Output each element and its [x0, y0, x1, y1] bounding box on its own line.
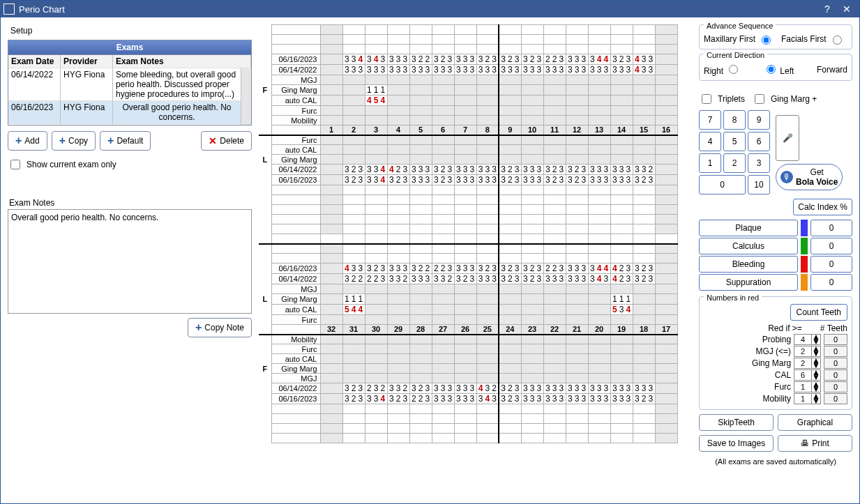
perio-cell[interactable]: 3 2 3	[499, 383, 521, 394]
perio-cell[interactable]: 2 3 2	[365, 383, 387, 394]
perio-cell[interactable]	[387, 85, 409, 96]
perio-cell[interactable]	[499, 344, 521, 354]
perio-cell[interactable]	[521, 85, 543, 96]
exam-notes-textarea[interactable]	[8, 209, 252, 314]
perio-cell[interactable]	[342, 354, 365, 364]
direction-left-radio[interactable]	[767, 65, 776, 74]
perio-cell[interactable]	[365, 155, 387, 165]
perio-cell[interactable]: 3 2 3	[499, 175, 521, 185]
perio-cell[interactable]: 3 3 3	[521, 65, 543, 75]
perio-cell[interactable]: 3 3 3	[476, 65, 499, 75]
perio-cell[interactable]	[409, 344, 432, 354]
perio-cell[interactable]: 3 2 2	[409, 264, 432, 274]
perio-cell[interactable]	[320, 96, 342, 106]
perio-cell[interactable]	[521, 106, 543, 116]
perio-cell[interactable]	[633, 344, 655, 354]
perio-cell[interactable]	[454, 374, 476, 383]
perio-cell[interactable]	[521, 135, 543, 145]
perio-cell[interactable]	[432, 305, 454, 315]
perio-cell[interactable]	[566, 96, 588, 106]
perio-cell[interactable]: 3 3 3	[409, 65, 432, 75]
perio-cell[interactable]	[387, 305, 409, 315]
perio-cell[interactable]: 3 2 3	[342, 175, 365, 185]
perio-cell[interactable]	[342, 155, 365, 165]
perio-cell[interactable]	[499, 116, 521, 125]
perio-cell[interactable]	[655, 116, 677, 125]
perio-cell[interactable]	[320, 175, 342, 185]
perio-cell[interactable]	[588, 75, 610, 85]
perio-cell[interactable]: 3 4 3	[476, 394, 499, 404]
perio-cell[interactable]	[499, 145, 521, 155]
perio-cell[interactable]	[476, 364, 499, 374]
perio-cell[interactable]: 3 2 3	[342, 165, 365, 175]
perio-cell[interactable]	[476, 75, 499, 85]
perio-cell[interactable]	[588, 294, 610, 305]
maxillary-first-radio[interactable]	[762, 36, 771, 45]
perio-cell[interactable]: 3 2 3	[476, 264, 499, 274]
perio-cell[interactable]	[365, 106, 387, 116]
perio-cell[interactable]: 3 3 3	[476, 175, 499, 185]
perio-cell[interactable]: 2 2 3	[365, 274, 387, 284]
perio-cell[interactable]	[543, 284, 566, 294]
perio-cell[interactable]	[521, 96, 543, 106]
perio-cell[interactable]	[387, 364, 409, 374]
perio-cell[interactable]: 3 3 3	[499, 65, 521, 75]
perio-cell[interactable]	[655, 165, 677, 175]
perio-cell[interactable]	[432, 294, 454, 305]
perio-cell[interactable]: 3 3 3	[566, 54, 588, 65]
perio-cell[interactable]	[320, 155, 342, 165]
perio-cell[interactable]	[610, 364, 633, 374]
perio-cell[interactable]	[320, 135, 342, 145]
perio-cell[interactable]	[387, 106, 409, 116]
perio-cell[interactable]	[543, 155, 566, 165]
perio-cell[interactable]	[320, 116, 342, 125]
perio-cell[interactable]	[655, 315, 677, 325]
perio-cell[interactable]: 3 3 2	[432, 274, 454, 284]
perio-cell[interactable]	[566, 284, 588, 294]
perio-cell[interactable]	[610, 284, 633, 294]
perio-cell[interactable]	[521, 374, 543, 383]
help-button[interactable]: ?	[817, 3, 837, 15]
perio-cell[interactable]	[320, 344, 342, 354]
perio-cell[interactable]	[320, 75, 342, 85]
perio-cell[interactable]	[387, 135, 409, 145]
perio-cell[interactable]: 3 3 3	[588, 175, 610, 185]
perio-cell[interactable]	[566, 106, 588, 116]
perio-cell[interactable]: 2 2 3	[543, 54, 566, 65]
perio-cell[interactable]	[521, 75, 543, 85]
close-button[interactable]: ✕	[837, 3, 857, 15]
perio-cell[interactable]	[476, 294, 499, 305]
numpad-1[interactable]: 1	[699, 153, 721, 173]
count-teeth-button[interactable]: Count Teeth	[790, 304, 848, 321]
perio-cell[interactable]: 4 5 4	[365, 96, 387, 106]
perio-cell[interactable]	[588, 344, 610, 354]
perio-cell[interactable]: 3 2 3	[633, 274, 655, 284]
perio-cell[interactable]: 3 3 3	[454, 54, 476, 65]
perio-cell[interactable]: 4 2 3	[610, 264, 633, 274]
perio-cell[interactable]	[633, 135, 655, 145]
microphone-button[interactable]: 🎤	[776, 115, 799, 161]
perio-cell[interactable]: 3 2 3	[499, 54, 521, 65]
redif-CAL[interactable]	[794, 369, 812, 381]
perio-cell[interactable]	[588, 315, 610, 325]
perio-cell[interactable]	[387, 116, 409, 125]
perio-cell[interactable]	[499, 85, 521, 96]
perio-cell[interactable]	[499, 284, 521, 294]
perio-cell[interactable]: 3 3 3	[454, 165, 476, 175]
gingmarg-plus-checkbox[interactable]: Ging Marg +	[752, 92, 817, 106]
perio-cell[interactable]	[633, 354, 655, 364]
perio-cell[interactable]	[566, 305, 588, 315]
perio-cell[interactable]	[432, 85, 454, 96]
perio-cell[interactable]	[655, 54, 677, 65]
perio-cell[interactable]: 3 2 3	[387, 175, 409, 185]
perio-cell[interactable]: 3 2 3	[342, 383, 365, 394]
perio-cell[interactable]	[633, 374, 655, 383]
perio-cell[interactable]	[566, 294, 588, 305]
perio-cell[interactable]	[387, 335, 409, 344]
perio-cell[interactable]	[655, 344, 677, 354]
perio-cell[interactable]	[521, 305, 543, 315]
perio-cell[interactable]	[588, 374, 610, 383]
perio-cell[interactable]: 3 3 3	[521, 383, 543, 394]
perio-cell[interactable]	[320, 54, 342, 65]
perio-cell[interactable]	[476, 344, 499, 354]
